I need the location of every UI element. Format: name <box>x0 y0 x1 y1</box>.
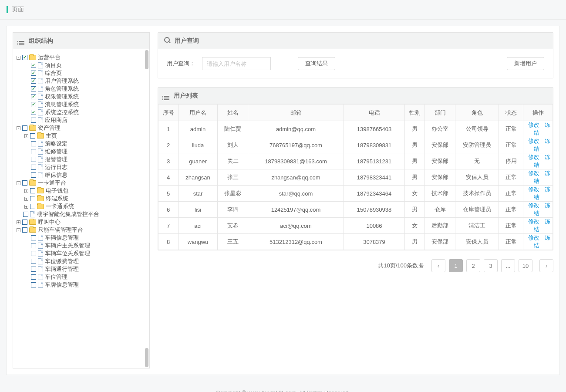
checkbox[interactable] <box>22 180 27 186</box>
checkbox[interactable] <box>31 259 36 264</box>
checkbox[interactable] <box>31 149 36 154</box>
checkbox[interactable] <box>30 188 35 193</box>
checkbox[interactable] <box>31 243 36 248</box>
checkbox[interactable] <box>31 102 36 107</box>
cell-name: 陆仁贾 <box>218 121 248 137</box>
search-button[interactable]: 查询结果 <box>298 57 335 70</box>
scrollbar-thumb-bottom[interactable] <box>145 348 148 367</box>
tree-item[interactable]: 用户管理系统 <box>24 77 146 85</box>
collapse-icon[interactable]: - <box>17 181 20 185</box>
tree-item[interactable]: 应用商店 <box>24 116 146 124</box>
checkbox[interactable] <box>31 94 36 99</box>
checkbox[interactable] <box>31 157 36 162</box>
checkbox[interactable] <box>22 227 27 233</box>
tree-item[interactable]: +主页 <box>24 132 146 140</box>
cell-name: 关二 <box>218 153 248 169</box>
tree-item[interactable]: 报警管理 <box>24 155 146 163</box>
expand-icon[interactable]: + <box>24 189 28 193</box>
checkbox[interactable] <box>31 251 36 256</box>
tree-item[interactable]: 维保信息 <box>24 171 146 179</box>
cell-email: 18798309831@163.com <box>248 153 344 169</box>
add-user-button[interactable]: 新增用户 <box>507 57 544 70</box>
tree-item[interactable]: 维修管理 <box>24 148 146 155</box>
pager-page[interactable]: 1 <box>449 259 463 272</box>
tree-item[interactable]: -运营平台 <box>17 54 146 61</box>
tree-item[interactable]: 车牌信息管理 <box>24 281 146 289</box>
collapse-icon[interactable]: - <box>17 56 20 60</box>
cell-dept: 安保部 <box>425 153 455 169</box>
tree-item[interactable]: 车辆户主关系管理 <box>24 242 146 250</box>
edit-link[interactable]: 修改 <box>528 122 539 128</box>
expand-icon[interactable]: + <box>24 205 28 209</box>
table-header: 用户列表 <box>158 88 553 104</box>
scrollbar-thumb-top[interactable] <box>145 50 148 69</box>
checkbox[interactable] <box>31 274 36 280</box>
expand-icon[interactable]: + <box>24 134 28 138</box>
tree-item[interactable]: 楼宇智能化集成管控平台 <box>17 210 146 218</box>
checkbox[interactable] <box>31 282 36 287</box>
checkbox[interactable] <box>31 71 36 76</box>
checkbox[interactable] <box>31 63 36 68</box>
pager-prev[interactable]: ‹ <box>431 259 445 272</box>
checkbox[interactable] <box>31 110 36 115</box>
checkbox[interactable] <box>30 133 35 139</box>
checkbox[interactable] <box>22 55 27 60</box>
tree-item[interactable]: 车辆车位关系管理 <box>24 250 146 257</box>
checkbox[interactable] <box>31 165 36 170</box>
tree-item[interactable]: 运行日志 <box>24 163 146 171</box>
tree-item[interactable]: +电子钱包 <box>24 187 146 195</box>
pager-page[interactable]: ... <box>501 259 515 272</box>
checkbox[interactable] <box>31 172 36 178</box>
tree-item[interactable]: 车位缴费管理 <box>24 257 146 265</box>
checkbox[interactable] <box>31 118 36 123</box>
pager-page[interactable]: 3 <box>484 259 498 272</box>
tree-item[interactable]: 项目页 <box>24 61 146 69</box>
checkbox[interactable] <box>31 78 36 84</box>
tree-item[interactable]: 系统监控系统 <box>24 108 146 116</box>
tree-item[interactable]: -只能车辆管理平台 <box>17 226 146 234</box>
edit-link[interactable]: 修改 <box>528 138 539 144</box>
tree-item[interactable]: 消息管理系统 <box>24 101 146 108</box>
expand-icon[interactable]: + <box>17 220 20 224</box>
table-row: 8wangwu王五513212312@qq.com3078379男安保部安保人员… <box>158 234 553 250</box>
checkbox[interactable] <box>30 196 35 201</box>
tree-item[interactable]: +呼叫中心 <box>17 218 146 226</box>
pager-next[interactable]: › <box>539 259 553 272</box>
tree-item[interactable]: 车位管理 <box>24 273 146 281</box>
collapse-icon[interactable]: - <box>17 126 20 130</box>
file-icon <box>38 235 43 241</box>
edit-link[interactable]: 修改 <box>528 186 539 193</box>
edit-link[interactable]: 修改 <box>528 154 539 160</box>
tree-item[interactable]: 综合页 <box>24 69 146 77</box>
tree-item[interactable]: 策略设定 <box>24 140 146 148</box>
tree-item[interactable]: -资产管理 <box>17 124 146 132</box>
checkbox[interactable] <box>31 267 36 272</box>
tree-item[interactable]: 车辆通行管理 <box>24 265 146 273</box>
cell-ops: 修改冻结 <box>523 137 553 153</box>
edit-link[interactable]: 修改 <box>528 234 539 241</box>
edit-link[interactable]: 修改 <box>528 202 539 209</box>
page-title: 页面 <box>12 6 24 14</box>
edit-link[interactable]: 修改 <box>528 170 539 176</box>
edit-link[interactable]: 修改 <box>528 218 539 225</box>
pager-page[interactable]: 10 <box>519 259 532 272</box>
tree-item[interactable]: 车辆信息管理 <box>24 234 146 242</box>
checkbox[interactable] <box>22 125 27 131</box>
checkbox[interactable] <box>31 235 36 240</box>
checkbox[interactable] <box>31 141 36 146</box>
search-input[interactable] <box>202 57 271 70</box>
cell-dept: 办公室 <box>425 121 455 137</box>
checkbox[interactable] <box>30 204 35 209</box>
checkbox[interactable] <box>31 86 36 91</box>
tree-item[interactable]: 角色管理系统 <box>24 85 146 93</box>
pager-page[interactable]: 2 <box>466 259 480 272</box>
cell-gender: 男 <box>405 202 425 218</box>
tree-item[interactable]: +终端系统 <box>24 195 146 203</box>
tree-item[interactable]: 权限管理系统 <box>24 93 146 101</box>
tree-item[interactable]: +一卡通系统 <box>24 203 146 210</box>
collapse-icon[interactable]: - <box>17 228 20 232</box>
checkbox[interactable] <box>22 220 27 225</box>
checkbox[interactable] <box>23 212 28 217</box>
tree-item[interactable]: -一卡通平台 <box>17 179 146 187</box>
expand-icon[interactable]: + <box>24 197 28 201</box>
